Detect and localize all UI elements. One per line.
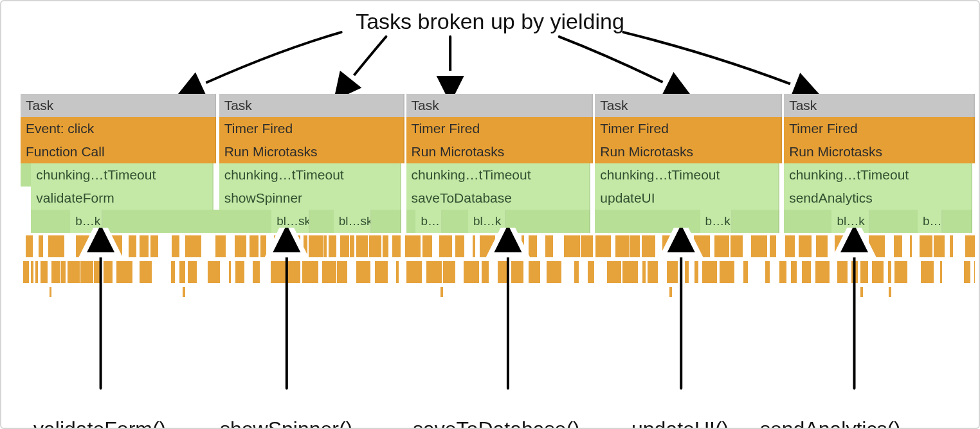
diagram-title: Tasks broken up by yielding xyxy=(1,9,979,34)
label-sendAnalytics: sendAnalytics() xyxy=(760,417,901,429)
flame-bar: Timer Fired xyxy=(595,117,782,140)
row-call: Function CallRun MicrotasksRun Microtask… xyxy=(21,140,975,163)
flame-bar xyxy=(784,210,972,233)
label-showSpinner: showSpinner() xyxy=(220,417,352,429)
flame-bar: Task xyxy=(406,94,594,117)
flame-bar xyxy=(219,210,401,233)
flame-bar xyxy=(31,210,224,233)
flame-bar: Task xyxy=(595,94,782,117)
flame-bar: b… xyxy=(918,210,943,233)
flame-bar: Timer Fired xyxy=(219,117,404,140)
flame-bar: Run Microtasks xyxy=(406,140,594,163)
row-chunk: chunking…tTimeoutchunking…tTimeoutchunki… xyxy=(21,163,975,187)
flame-bar: Task xyxy=(784,94,975,117)
label-updateUI: updateUI() xyxy=(631,417,729,429)
flame-bar: b… xyxy=(415,210,442,233)
flame-bar: Timer Fired xyxy=(784,117,975,140)
row-fn: validateFormshowSpinnersaveToDatabaseupd… xyxy=(21,187,975,210)
flame-bar: b…k xyxy=(70,210,102,233)
label-saveToDatabase: saveToDatabase() xyxy=(413,417,580,429)
flame-bar xyxy=(595,210,779,233)
flame-bar: chunking…tTimeout xyxy=(31,163,213,187)
flame-bar: Task xyxy=(21,94,216,117)
flame-bar: bl…k xyxy=(468,210,506,233)
flame-bar: b…k xyxy=(700,210,732,233)
flame-bar: chunking…tTimeout xyxy=(219,163,401,187)
row-event: Event: clickTimer FiredTimer FiredTimer … xyxy=(21,117,975,140)
flame-bar: saveToDatabase xyxy=(406,187,590,210)
flame-bar: Run Microtasks xyxy=(784,140,975,163)
flame-bar xyxy=(21,163,32,187)
flame-bar: sendAnalytics xyxy=(784,187,972,210)
flame-bar: Task xyxy=(219,94,404,117)
label-validateForm: validateForm() xyxy=(33,417,166,429)
micro-stripes xyxy=(21,235,975,293)
flame-bar: chunking…tTimeout xyxy=(406,163,590,187)
flame-bar: bl…sk xyxy=(271,210,309,233)
flame-bar: chunking…tTimeout xyxy=(784,163,972,187)
row-sub: b…kbl…skbl…skb…bl…kb…kbl…kb… xyxy=(21,210,975,233)
flame-bar: validateForm xyxy=(31,187,213,210)
flame-bar: showSpinner xyxy=(219,187,401,210)
flame-bar: Run Microtasks xyxy=(595,140,782,163)
diagram-frame: Tasks broken up by yielding TaskTaskTask… xyxy=(0,0,980,429)
flame-bar: Event: click xyxy=(21,117,216,140)
flame-chart: TaskTaskTaskTaskTask Event: clickTimer F… xyxy=(21,94,975,293)
flame-bar: Timer Fired xyxy=(406,117,594,140)
flame-bar: Run Microtasks xyxy=(219,140,404,163)
flame-bar: chunking…tTimeout xyxy=(595,163,779,187)
flame-bar: bl…sk xyxy=(334,210,372,233)
row-task: TaskTaskTaskTaskTask xyxy=(21,94,975,117)
flame-bar: updateUI xyxy=(595,187,779,210)
flame-bar: Function Call xyxy=(21,140,216,163)
flame-bar: bl…k xyxy=(831,210,869,233)
